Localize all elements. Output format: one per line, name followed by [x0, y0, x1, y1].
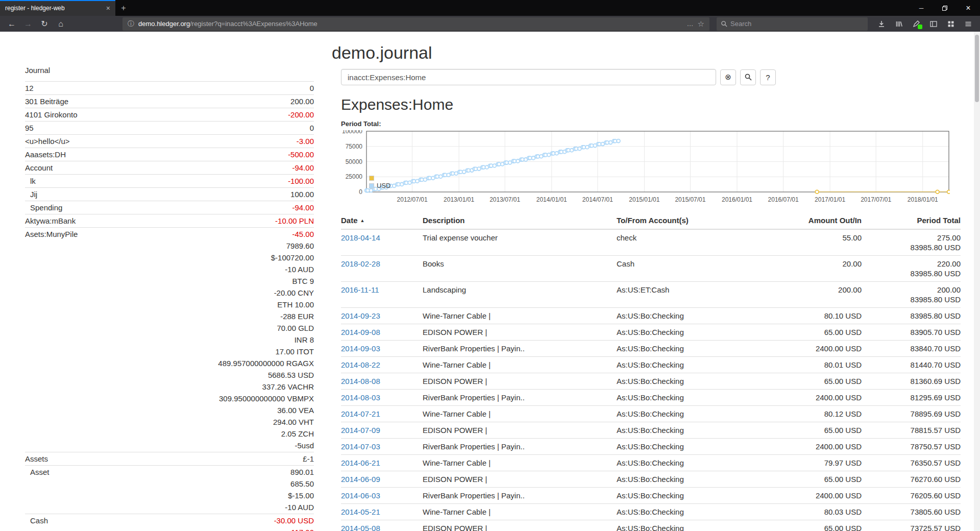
sidebar-account-row: 950 [25, 121, 314, 134]
scrollbar-thumb[interactable] [975, 35, 979, 102]
transaction-date-link[interactable]: 2018-04-14 [341, 233, 380, 242]
svg-text:2014/01/01: 2014/01/01 [536, 196, 567, 203]
sidebar-account-link[interactable]: 95 [25, 122, 34, 134]
transaction-date-link[interactable]: 2014-07-03 [341, 442, 380, 451]
sidebar-account-link[interactable]: Aaasets:DH [25, 149, 66, 160]
column-header-date[interactable]: Date▲ [341, 212, 423, 229]
menu-icon[interactable] [961, 17, 976, 31]
browser-search-input[interactable] [730, 20, 864, 28]
transaction-date-link[interactable]: 2014-06-09 [341, 475, 380, 484]
sidebar-account-link[interactable]: Spending [25, 202, 62, 213]
transaction-amount: 2400.00 USD [770, 390, 862, 406]
transaction-date-link[interactable]: 2014-06-21 [341, 458, 380, 467]
transaction-date-link[interactable]: 2014-07-21 [341, 409, 380, 418]
apps-grid-icon[interactable] [943, 17, 959, 31]
sidebar-account-link[interactable]: 12 [25, 82, 34, 94]
home-button[interactable]: ⌂ [53, 17, 68, 31]
sidebars-icon[interactable] [926, 17, 941, 31]
period-total-chart: 2012/07/012013/01/012013/07/012014/01/01… [341, 130, 950, 209]
sidebar-account-row: <u>hello</u>-3.00 [25, 134, 314, 148]
browser-tab[interactable]: register - hledger-web × [0, 0, 115, 16]
download-icon[interactable] [874, 17, 889, 31]
sidebar-account-link[interactable]: Aktywa:mBank [25, 215, 76, 227]
transaction-period-total: 220.0083985.80 USD [862, 256, 961, 282]
transaction-accounts: As:US:Bo:Checking [617, 439, 770, 455]
balance-amount: $-100720.00 [271, 252, 314, 263]
sidebar-account-link[interactable]: 301 Beiträge [25, 95, 68, 107]
transaction-date-link[interactable]: 2014-08-08 [341, 377, 380, 385]
sidebar-account-balance: -94.00 [292, 162, 314, 174]
sidebar-account-link[interactable]: lk [25, 175, 36, 187]
sidebar-account-balance: -30.00 USD-117.00 [274, 515, 314, 531]
sidebar-account-link[interactable]: Cash [25, 515, 48, 526]
browser-search-bar[interactable] [717, 17, 868, 31]
url-bar[interactable]: ⓘ demo.hledger.org/register?q=inacct%3AE… [122, 17, 709, 31]
forward-button[interactable]: → [20, 17, 36, 31]
transaction-date-cell: 2014-07-09 [341, 422, 423, 439]
transaction-date-link[interactable]: 2014-08-03 [341, 393, 380, 402]
new-tab-button[interactable]: + [115, 0, 132, 16]
window-restore-button[interactable] [933, 0, 957, 16]
tab-close-icon[interactable]: × [106, 4, 110, 12]
main-content: demo.journal ⊗ ? Expenses:Home Period To… [315, 32, 980, 531]
period-total-line: 83985.80 USD [862, 269, 961, 278]
sidebar-account-link[interactable]: Jij [25, 188, 37, 200]
library-icon[interactable] [891, 17, 906, 31]
reload-button[interactable]: ↻ [37, 17, 52, 31]
page-actions-icon[interactable]: … [687, 20, 694, 28]
sidebar-account-link[interactable]: Asset [25, 466, 50, 478]
transaction-accounts: As:US:Bo:Checking [617, 471, 770, 488]
transaction-date-link[interactable]: 2014-09-23 [341, 311, 380, 320]
back-button[interactable]: ← [4, 17, 19, 31]
sidebar-account-balance: 100.00 [290, 188, 314, 200]
query-input[interactable] [341, 69, 716, 85]
period-total-label: Period Total: [341, 120, 961, 128]
transaction-amount: 2400.00 USD [770, 341, 862, 357]
svg-text:2012/07/01: 2012/07/01 [397, 196, 428, 203]
register-row: 2014-09-08EDISON POWER |As:US:Bo:Checkin… [341, 324, 961, 341]
transaction-date-cell: 2014-08-03 [341, 390, 423, 406]
sidebar-account-row: 4101 Girokonto-200.00 [25, 108, 314, 121]
sidebar-account-link[interactable]: Asets:MunyPile [25, 228, 78, 240]
balance-amount: -94.00 [292, 162, 314, 174]
site-info-icon[interactable]: ⓘ [128, 19, 134, 29]
sidebar-account-link[interactable]: <u>hello</u> [25, 135, 70, 147]
transaction-date-link[interactable]: 2014-09-03 [341, 344, 380, 353]
transaction-date-link[interactable]: 2014-06-03 [341, 491, 380, 500]
balance-amount: 200.00 [290, 95, 314, 107]
column-header-amount-out-in: Amount Out/In [770, 212, 862, 229]
extension-icon[interactable] [909, 17, 924, 31]
window-close-button[interactable]: × [957, 0, 980, 16]
transaction-date-link[interactable]: 2014-07-09 [341, 426, 380, 435]
transaction-accounts: As:US:Bo:Checking [617, 341, 770, 357]
sidebar-account-link[interactable]: Assets [25, 453, 48, 465]
transaction-date-link[interactable]: 2016-11-11 [341, 285, 379, 294]
transaction-amount: 79.97 USD [770, 455, 862, 471]
sidebar-journal-link[interactable]: Journal [25, 64, 50, 76]
period-total-line: 83840.70 USD [862, 344, 961, 353]
transaction-description: Wine-Tarner Cable | [423, 455, 617, 471]
search-submit-button[interactable] [740, 69, 756, 85]
transaction-amount: 65.00 USD [770, 471, 862, 488]
search-help-button[interactable]: ? [760, 69, 776, 85]
window-controls: ─ × [910, 0, 980, 16]
transaction-date-link[interactable]: 2014-05-21 [341, 508, 380, 516]
period-total-line: 81295.69 USD [862, 393, 961, 402]
balance-amount: -10 AUD [285, 501, 314, 513]
clear-query-button[interactable]: ⊗ [720, 69, 736, 85]
extension-badge [918, 25, 922, 29]
transaction-date-link[interactable]: 2014-09-08 [341, 328, 380, 336]
register-row: 2014-08-22Wine-Tarner Cable |As:US:Bo:Ch… [341, 357, 961, 373]
bookmark-star-icon[interactable]: ☆ [698, 19, 704, 29]
toolbar-icon-strip [874, 17, 976, 31]
transaction-amount: 200.00 [770, 282, 862, 308]
sidebar-account-link[interactable]: Account [25, 162, 53, 174]
balance-amount: -10.00 PLN [275, 215, 314, 227]
transaction-date-link[interactable]: 2014-08-22 [341, 360, 380, 369]
transaction-date-link[interactable]: 2014-05-08 [341, 524, 380, 531]
page-scrollbar[interactable] [974, 32, 980, 531]
transaction-date-cell: 2014-08-08 [341, 373, 423, 390]
sidebar-account-link[interactable]: 4101 Girokonto [25, 109, 78, 120]
window-minimize-button[interactable]: ─ [910, 0, 933, 16]
transaction-date-link[interactable]: 2018-02-28 [341, 259, 380, 268]
